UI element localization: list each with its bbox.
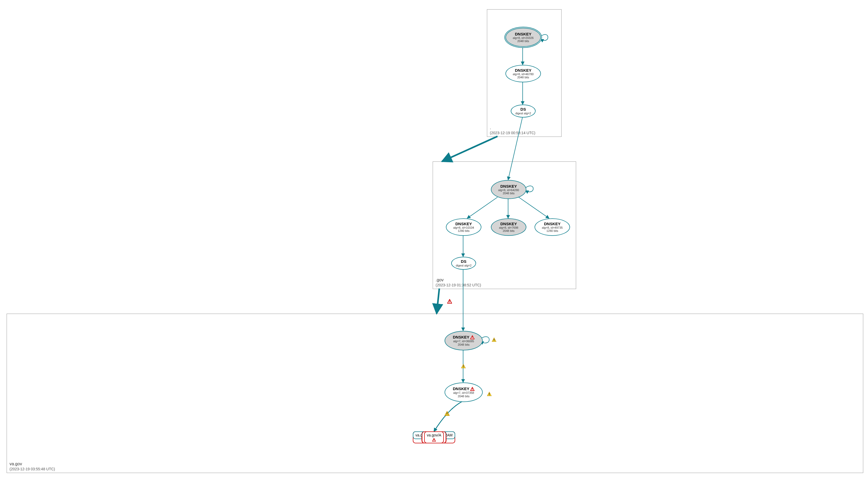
arrow-warn-row bbox=[3, 3, 865, 475]
dnssec-diagram: . (2023-12-19 00:58:14 UTC) .gov (2023-1… bbox=[3, 3, 865, 475]
warning-icon bbox=[444, 411, 450, 416]
